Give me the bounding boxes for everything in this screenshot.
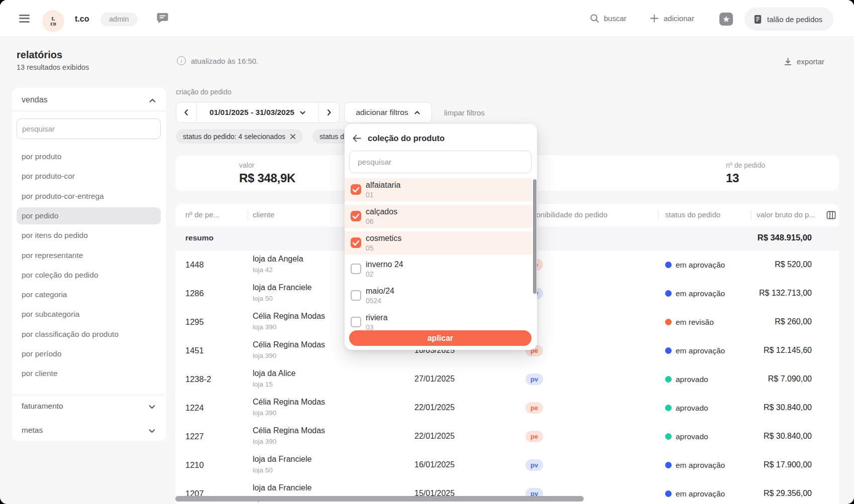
- table-row[interactable]: 1210loja da Francieleloja 5016/01/2025pv…: [175, 451, 839, 480]
- sidebar-search-input[interactable]: pesquisar: [17, 118, 161, 139]
- cell-gross-value: R$ 29.356,00: [764, 489, 812, 498]
- page-title: relatórios: [17, 49, 62, 61]
- status-dot: [665, 376, 672, 383]
- header-gross-value: valor bruto do p...: [757, 210, 815, 219]
- horizontal-scrollbar[interactable]: [175, 496, 584, 501]
- search-button[interactable]: buscar: [590, 0, 626, 37]
- panel-title: coleção do produto: [368, 134, 445, 143]
- apply-button[interactable]: aplicar: [349, 330, 531, 346]
- chevron-up-icon[interactable]: [149, 97, 156, 104]
- option-name: riviera: [366, 313, 388, 322]
- table-row[interactable]: 1238-2loja da Aliceloja 1527/01/2025pvap…: [175, 365, 839, 394]
- add-filters-button[interactable]: adicionar filtros: [344, 102, 432, 123]
- plus-icon: [650, 14, 659, 23]
- cell-status: aprovado: [676, 432, 708, 441]
- cell-date: 16/01/2025: [414, 460, 455, 469]
- checkbox[interactable]: [351, 317, 361, 327]
- cell-client-name: loja da Franciele: [253, 483, 311, 492]
- status-dot: [665, 462, 672, 468]
- date-range-value[interactable]: 01/01/2025 - 31/03/2025: [196, 102, 319, 122]
- status-dot: [665, 262, 672, 268]
- status-dot: [665, 347, 672, 354]
- checkbox[interactable]: [351, 264, 361, 274]
- cell-status: aprovado: [676, 404, 708, 413]
- top-bar: t.co t.co admin buscar adicionar ★ talão…: [0, 0, 854, 37]
- table-row[interactable]: 1224Célia Regina Modasloja 39022/01/2025…: [175, 394, 839, 423]
- chat-icon[interactable]: [156, 11, 169, 25]
- sidebar-item-por-classificação-do-produto[interactable]: por classificação do produto: [17, 326, 161, 343]
- close-icon[interactable]: [290, 134, 296, 140]
- collection-option-maio/24[interactable]: maio/240524: [345, 284, 537, 307]
- sidebar-section-faturamento[interactable]: faturamento: [22, 402, 157, 411]
- sidebar-item-por-itens-do-pedido[interactable]: por itens do pedido: [17, 227, 161, 244]
- cell-status: em aprovação: [676, 289, 725, 298]
- metric-valor: valor R$ 348,9K: [239, 161, 295, 185]
- sidebar-section-vendas[interactable]: vendas: [22, 95, 48, 104]
- cell-client-store: loja 50: [253, 295, 273, 302]
- sidebar-item-por-subcategoria[interactable]: por subcategoria: [17, 306, 161, 323]
- collection-option-alfaiataria[interactable]: alfaiataria01: [345, 178, 532, 201]
- checkbox[interactable]: [351, 184, 361, 195]
- brand-logo[interactable]: t.co: [42, 10, 64, 32]
- option-code: 02: [366, 270, 374, 278]
- sidebar-search-placeholder: pesquisar: [22, 124, 55, 133]
- cell-gross-value: R$ 17.900,00: [764, 460, 812, 469]
- section-label: faturamento: [22, 402, 63, 410]
- header-client: cliente: [253, 210, 274, 219]
- updated-text: atualizado às 16:50.: [191, 57, 258, 65]
- cell-status: em revisão: [676, 318, 714, 327]
- app-window: t.co t.co admin buscar adicionar ★ talão…: [0, 0, 854, 504]
- results-count: 13 resultados exibidos: [17, 63, 89, 71]
- date-range-text: 01/01/2025 - 31/03/2025: [209, 108, 294, 117]
- export-button[interactable]: exportar: [784, 57, 824, 66]
- chevron-down-icon: [299, 109, 306, 116]
- columns-icon[interactable]: [826, 210, 836, 220]
- collection-option-inverno-24[interactable]: inverno 2402: [345, 258, 537, 281]
- checkbox[interactable]: [351, 290, 361, 301]
- sidebar-item-por-produto-cor-entrega[interactable]: por produto-cor-entrega: [17, 188, 161, 205]
- cell-client-store: loja 390: [253, 323, 276, 331]
- panel-search-placeholder: pesquisar: [358, 158, 391, 167]
- metric-label: nº de pedido: [726, 161, 765, 169]
- cell-date: 27/01/2025: [414, 374, 455, 384]
- favorites-icon[interactable]: ★: [719, 13, 733, 26]
- sidebar-section-metas[interactable]: metas: [22, 426, 157, 435]
- panel-scrollbar[interactable]: [533, 179, 537, 294]
- cell-order-number: 1451: [185, 346, 204, 355]
- date-prev-button[interactable]: [176, 102, 196, 122]
- order-pad-button[interactable]: talão de pedidos: [744, 8, 833, 31]
- checkbox[interactable]: [351, 237, 361, 248]
- date-range-picker: 01/01/2025 - 31/03/2025: [176, 102, 340, 123]
- filter-chip[interactable]: status do pedido: 4 selecionados: [176, 129, 303, 144]
- panel-search-input[interactable]: pesquisar: [349, 151, 531, 173]
- date-next-button[interactable]: [319, 102, 339, 122]
- cell-client-name: Célia Regina Modas: [253, 398, 325, 407]
- checkbox[interactable]: [351, 211, 361, 221]
- cell-status: em aprovação: [676, 461, 725, 470]
- collection-option-cosmetics[interactable]: cosmetics05: [345, 231, 532, 255]
- sidebar-item-por-produto[interactable]: por produto: [17, 148, 161, 165]
- sidebar-item-por-cliente[interactable]: por cliente: [17, 365, 161, 382]
- cell-order-number: 1286: [185, 289, 204, 298]
- sidebar-item-por-coleção-do-pedido[interactable]: por coleção do pedido: [17, 267, 161, 284]
- cell-client-name: loja da Franciele: [253, 455, 311, 464]
- sidebar-item-por-pedido[interactable]: por pedido: [17, 207, 161, 224]
- availability-badge: pv: [525, 373, 543, 385]
- clear-filters-button[interactable]: limpar filtros: [444, 108, 485, 117]
- table-row[interactable]: 1227Célia Regina Modasloja 39022/01/2025…: [175, 422, 839, 451]
- sidebar-item-por-período[interactable]: por período: [17, 345, 161, 362]
- sidebar-item-por-representante[interactable]: por representante: [17, 247, 161, 264]
- option-code: 05: [366, 244, 374, 252]
- cell-client-name: Célia Regina Modas: [253, 312, 325, 321]
- sidebar-item-por-produto-cor[interactable]: por produto-cor: [17, 168, 161, 185]
- menu-icon[interactable]: [19, 15, 30, 23]
- back-arrow-icon[interactable]: [352, 133, 362, 144]
- account-badge[interactable]: admin: [100, 13, 138, 26]
- option-code: 06: [366, 217, 374, 225]
- cell-client-name: Célia Regina Modas: [253, 426, 325, 435]
- sidebar-item-por-categoria[interactable]: por categoria: [17, 286, 161, 303]
- collection-option-calçados[interactable]: calçados06: [345, 205, 532, 228]
- add-button[interactable]: adicionar: [650, 0, 694, 37]
- metric-value: R$ 348,9K: [239, 171, 295, 185]
- cell-order-number: 1238-2: [185, 374, 211, 384]
